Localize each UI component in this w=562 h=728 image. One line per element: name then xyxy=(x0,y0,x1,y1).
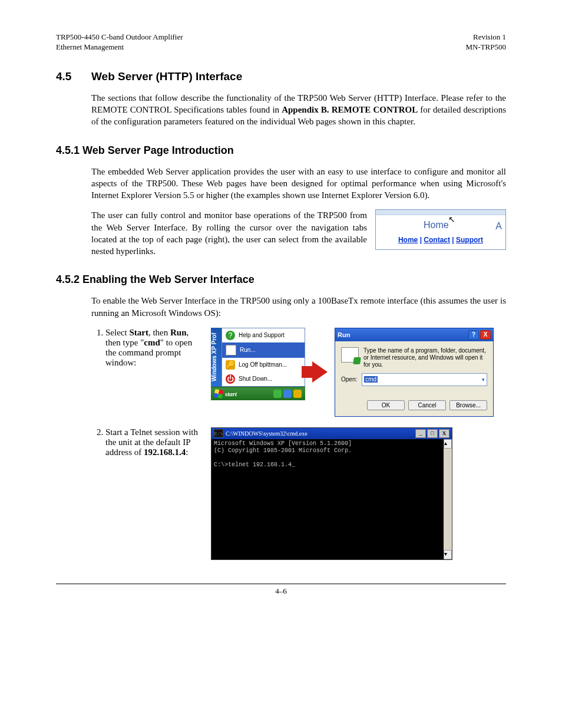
link-support[interactable]: Support xyxy=(456,236,483,244)
help-button[interactable]: ? xyxy=(468,330,479,340)
heading-4-5-2: 4.5.2 Enabling the Web Server Interface xyxy=(56,274,506,286)
para-4-5-2-intro: To enable the Web Server Interface in th… xyxy=(91,295,506,319)
shutdown-icon: ⏻ xyxy=(226,374,235,384)
start-button-label[interactable]: start xyxy=(225,390,237,397)
help-icon: ? xyxy=(226,331,235,340)
run-program-icon xyxy=(341,347,359,363)
scroll-up-icon[interactable]: ▴ xyxy=(444,439,452,449)
tab-admin-partial[interactable]: A xyxy=(495,220,502,233)
para-4-5-1-a: The embedded Web Server application prov… xyxy=(91,166,506,202)
menu-shutdown[interactable]: ⏻ Shut Down... xyxy=(222,372,305,386)
windows-logo-icon xyxy=(214,389,223,398)
cmd-output[interactable]: Microsoft Windows XP [Version 5.1.2600] … xyxy=(211,439,444,559)
red-arrow-icon xyxy=(312,361,328,383)
para-4-5-1-b: The user can fully control and monitor b… xyxy=(91,210,367,256)
browse-button[interactable]: Browse... xyxy=(449,400,487,410)
step-1: Select Start, then Run, then type "cmd" … xyxy=(105,328,506,417)
page-number: 4–6 xyxy=(275,587,287,595)
tray-icon-3[interactable] xyxy=(293,390,302,398)
page-header: TRP500-4450 C-band Outdoor Amplifier Eth… xyxy=(56,32,506,52)
xp-sidebar: Windows XP Prof xyxy=(211,328,222,387)
minimize-button[interactable]: _ xyxy=(415,429,426,438)
menu-run[interactable]: ▭ Run... xyxy=(222,342,305,358)
logoff-icon: 🔑 xyxy=(226,360,235,370)
nav-sublinks: Home | Contact | Support xyxy=(376,233,505,249)
close-button[interactable]: X xyxy=(480,330,491,340)
scroll-down-icon[interactable]: ▾ xyxy=(444,550,452,559)
cancel-button[interactable]: Cancel xyxy=(408,400,446,410)
maximize-button[interactable]: □ xyxy=(427,429,438,438)
tab-home[interactable]: Home xyxy=(424,220,449,230)
header-section: Ethernet Management xyxy=(56,42,183,52)
tray-icon-1[interactable] xyxy=(273,390,282,398)
cmd-window: C:\ C:\WINDOWS\system32\cmd.exe _ □ X Mi… xyxy=(211,427,452,560)
header-product: TRP500-4450 C-band Outdoor Amplifier xyxy=(56,32,183,42)
menu-logoff[interactable]: 🔑 Log Off bpittman... xyxy=(222,358,305,372)
page-footer: 4–6 xyxy=(56,584,506,596)
run-dialog-title: Run xyxy=(338,331,350,338)
ok-button[interactable]: OK xyxy=(367,400,405,410)
menu-help-support[interactable]: ? Help and Support xyxy=(222,328,305,342)
taskbar[interactable]: start xyxy=(211,387,305,400)
heading-4-5: 4.5Web Server (HTTP) Interface xyxy=(56,70,506,83)
dropdown-icon[interactable]: ▾ xyxy=(482,377,485,383)
start-menu-figure: Windows XP Prof ? Help and Support ▭ Run… xyxy=(211,328,305,400)
heading-4-5-1: 4.5.1 Web Server Page Introduction xyxy=(56,144,506,157)
tray-icon-2[interactable] xyxy=(283,390,292,398)
run-dialog: Run ? X Type the name of a program, fold… xyxy=(335,328,494,417)
para-4-5-1: The sections that follow describe the fu… xyxy=(91,92,506,128)
xp-start-menu: ? Help and Support ▭ Run... 🔑 Log Off bp… xyxy=(222,328,305,387)
close-button[interactable]: X xyxy=(439,429,449,438)
run-description: Type the name of a program, folder, docu… xyxy=(363,347,487,368)
cmd-title-text: C:\WINDOWS\system32\cmd.exe xyxy=(226,430,308,437)
open-input[interactable]: cmd ▾ xyxy=(362,373,487,386)
link-home[interactable]: Home xyxy=(398,236,418,244)
scrollbar[interactable]: ▴ ▾ xyxy=(444,439,452,559)
cursor-icon: ↖ xyxy=(448,214,455,225)
run-icon: ▭ xyxy=(226,345,236,355)
nav-tabs-figure: Home ↖ A Home | Contact | Support xyxy=(375,209,506,250)
open-label: Open: xyxy=(341,376,357,383)
step-2: Start a Telnet session with the unit at … xyxy=(105,427,506,560)
cmd-app-icon: C:\ xyxy=(214,429,223,437)
link-contact[interactable]: Contact xyxy=(424,236,450,244)
header-docnum: MN-TRP500 xyxy=(465,42,506,52)
header-revision: Revision 1 xyxy=(465,32,506,42)
